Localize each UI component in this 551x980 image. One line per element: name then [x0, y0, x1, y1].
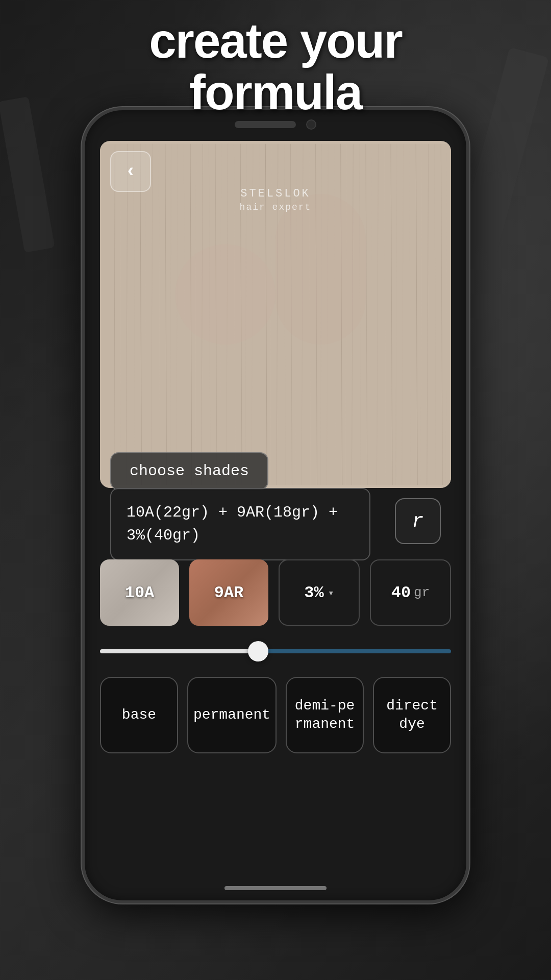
direct-dye-button-label: directdye [386, 697, 438, 734]
header-title: create your formula [0, 15, 551, 118]
demi-permanent-button[interactable]: demi-permanent [286, 677, 364, 753]
brand-label: stelslok hair expert [240, 187, 312, 213]
dropdown-arrow-icon: ▾ [328, 586, 334, 599]
permanent-button[interactable]: permanent [187, 677, 277, 753]
slider-thumb[interactable] [248, 641, 268, 662]
r-button[interactable]: r [395, 498, 441, 544]
phone-camera [306, 119, 316, 130]
header-line2: formula [0, 67, 551, 118]
swatch-9ar[interactable]: 9AR [189, 559, 268, 626]
swatch-40-label: 40 [391, 583, 411, 602]
swatch-10a-label: 10A [125, 583, 155, 602]
permanent-button-label: permanent [193, 706, 270, 724]
svg-rect-57 [276, 194, 366, 345]
r-icon: r [412, 510, 424, 532]
swatch-40[interactable]: 40 gr [370, 559, 451, 626]
bottom-buttons-row: base permanent demi-permanent directdye [100, 677, 451, 753]
choose-shades-button[interactable]: choose shades [110, 452, 268, 490]
demi-permanent-button-label: demi-permanent [295, 697, 355, 734]
swatches-row: 10A 9AR 3% ▾ 40 gr [100, 559, 451, 626]
slider-track-right [258, 649, 451, 653]
phone-frame: stelslok hair expert ‹ choose shades 10A… [82, 107, 469, 903]
phone-speaker [235, 121, 296, 128]
hair-preview-image: stelslok hair expert [100, 141, 451, 488]
swatch-9ar-label: 9AR [214, 583, 244, 602]
back-icon: ‹ [125, 161, 136, 182]
home-indicator [224, 886, 327, 890]
svg-rect-56 [175, 244, 276, 345]
swatch-40-unit: gr [414, 585, 430, 600]
phone-top-bar [235, 119, 316, 130]
slider-track [100, 649, 451, 653]
ratio-slider[interactable] [100, 641, 451, 662]
formula-box: 10A(22gr) + 9AR(18gr) + 3%(40gr) [110, 488, 370, 560]
base-button-label: base [122, 706, 156, 724]
slider-track-left [100, 649, 258, 653]
swatch-3pct[interactable]: 3% ▾ [279, 559, 360, 626]
direct-dye-button[interactable]: directdye [373, 677, 451, 753]
swatch-10a[interactable]: 10A [100, 559, 179, 626]
swatch-3pct-label: 3% [304, 583, 323, 602]
back-button[interactable]: ‹ [110, 151, 151, 192]
header-line1: create your [0, 15, 551, 67]
formula-text: 10A(22gr) + 9AR(18gr) + 3%(40gr) [127, 501, 354, 547]
base-button[interactable]: base [100, 677, 178, 753]
